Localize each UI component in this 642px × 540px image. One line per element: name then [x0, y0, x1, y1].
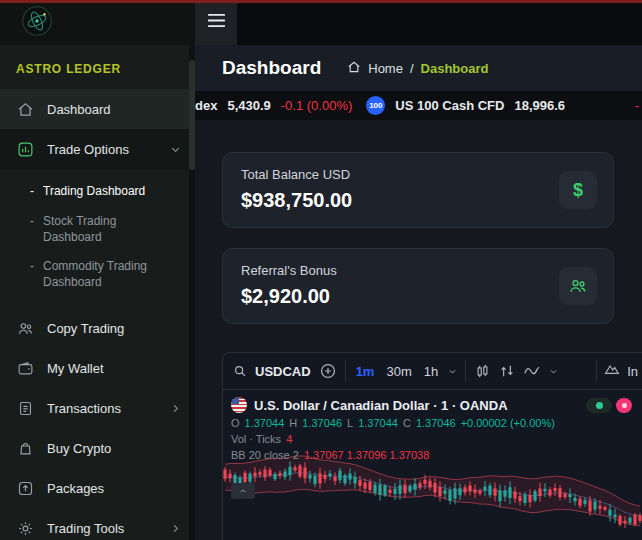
- astro-ledger-logo-icon[interactable]: [22, 6, 52, 40]
- market-status: [586, 398, 634, 413]
- sidebar-subitem-commodity-trading-dashboard[interactable]: - Commodity Trading Dashboard: [0, 252, 195, 298]
- symbol-search-button[interactable]: USDCAD: [255, 364, 311, 379]
- sidebar-item-packages[interactable]: Packages: [0, 468, 195, 508]
- chevron-right-icon: [170, 403, 181, 414]
- toolbar-divider: [465, 360, 466, 382]
- volume-value: 4: [286, 432, 292, 446]
- bar-chart-icon: [16, 140, 34, 158]
- open-value: 1.37044: [245, 416, 285, 430]
- bb-values: 1.37067 1.37096 1.37038: [304, 448, 429, 462]
- hamburger-icon: [207, 13, 226, 32]
- chevron-down-icon[interactable]: [549, 367, 558, 376]
- ticker-strip[interactable]: dex 5,430.9 -0.1 (0.00%) 100 US 100 Cash…: [195, 91, 642, 120]
- sidebar-nav: Dashboard Trade Options - Trading Dashbo…: [0, 89, 195, 540]
- market-open-toggle-icon[interactable]: [586, 398, 612, 413]
- toolbar-divider: [345, 360, 346, 382]
- trading-chart-widget: USDCAD 1m 30m 1h: [222, 352, 642, 540]
- dollar-icon: $: [559, 171, 597, 209]
- us100-badge-icon: 100: [366, 96, 385, 115]
- bag-icon: [16, 439, 34, 457]
- low-label: L: [347, 416, 353, 430]
- bullet: -: [30, 184, 34, 200]
- bollinger-row: BB 20 close 2 1.37067 1.37096 1.37038: [223, 447, 642, 463]
- brand-name: ASTRO LEDGER: [0, 45, 195, 89]
- sidebar-item-label: Packages: [47, 481, 104, 496]
- sidebar-item-trading-tools[interactable]: Trading Tools: [0, 508, 195, 540]
- indicators-icon: [604, 361, 620, 381]
- sidebar-item-label: My Wallet: [47, 361, 104, 376]
- home-icon: [16, 100, 34, 118]
- ohlc-row: O 1.37044 H 1.37046 L 1.37044 C 1.37046 …: [223, 415, 642, 431]
- sidebar-item-label: Trading Tools: [47, 521, 124, 536]
- delayed-data-badge-icon[interactable]: [616, 398, 632, 413]
- volume-label: Vol · Ticks: [231, 432, 281, 446]
- close-label: C: [403, 416, 411, 430]
- sidebar-item-copy-trading[interactable]: Copy Trading: [0, 308, 195, 348]
- compare-add-icon[interactable]: [319, 362, 337, 380]
- symbol-title[interactable]: U.S. Dollar / Canadian Dollar · 1 · OAND…: [254, 398, 508, 413]
- document-icon: [16, 399, 34, 417]
- breadcrumb-separator: /: [410, 61, 414, 76]
- sidebar-item-label: Copy Trading: [47, 321, 124, 336]
- breadcrumb-current: Dashboard: [421, 61, 489, 76]
- hamburger-menu-button[interactable]: [195, 0, 237, 45]
- sidebar-item-label: Dashboard: [47, 102, 111, 117]
- sidebar-item-trade-options[interactable]: Trade Options: [0, 129, 195, 169]
- us-flag-icon: [231, 397, 247, 413]
- arrow-up-square-icon: [16, 479, 34, 497]
- sidebar-item-transactions[interactable]: Transactions: [0, 388, 195, 428]
- breadcrumb-home[interactable]: Home: [368, 61, 403, 76]
- page-title: Dashboard: [222, 57, 321, 79]
- chevron-down-icon: [170, 144, 181, 155]
- chart-toolbar: USDCAD 1m 30m 1h: [223, 353, 642, 390]
- timeframe-1m[interactable]: 1m: [354, 364, 377, 379]
- sidebar-item-label: Trade Options: [47, 142, 129, 157]
- ticker-change: -: [635, 98, 642, 113]
- open-label: O: [231, 416, 240, 430]
- sidebar-item-buy-crypto[interactable]: Buy Crypto: [0, 428, 195, 468]
- high-value: 1.37046: [302, 416, 342, 430]
- card-label: Total Balance USD: [241, 167, 595, 182]
- candlestick-style-icon[interactable]: [474, 363, 491, 380]
- ticker-symbol: US 100 Cash CFD: [395, 98, 504, 113]
- ticker-change: -0.1 (0.00%): [281, 98, 353, 113]
- ticker-item[interactable]: 100 US 100 Cash CFD 18,996.6: [366, 96, 565, 115]
- top-accent-line: [0, 0, 642, 3]
- total-balance-card: Total Balance USD $938,750.00 $: [222, 152, 614, 228]
- users-icon: [16, 319, 34, 337]
- breadcrumb: Home / Dashboard: [347, 60, 488, 77]
- sidebar-subitem-stock-trading-dashboard[interactable]: - Stock Trading Dashboard: [0, 207, 195, 253]
- gear-icon: [16, 519, 34, 537]
- bb-label: BB 20 close 2: [231, 448, 299, 462]
- sidebar-scrollbar[interactable]: [189, 60, 195, 170]
- high-label: H: [289, 416, 297, 430]
- compare-arrows-icon[interactable]: [499, 363, 515, 379]
- symbol-info-row: U.S. Dollar / Canadian Dollar · 1 · OAND…: [223, 390, 642, 415]
- ticker-item[interactable]: dex 5,430.9 -0.1 (0.00%): [195, 98, 352, 113]
- timeframe-1h[interactable]: 1h: [422, 364, 440, 379]
- sidebar-subitem-trading-dashboard[interactable]: - Trading Dashboard: [0, 177, 195, 207]
- chevron-down-icon[interactable]: [448, 367, 457, 376]
- card-value: $2,920.00: [241, 285, 595, 308]
- ticker-price: 5,430.9: [227, 98, 270, 113]
- change-value: +0.00002 (+0.00%): [461, 416, 555, 430]
- volume-row: Vol · Ticks 4: [223, 431, 642, 447]
- collapse-panel-button[interactable]: [231, 483, 255, 499]
- sidebar-item-label: Buy Crypto: [47, 441, 111, 456]
- page-header: Dashboard Home / Dashboard: [195, 45, 642, 91]
- wallet-icon: [16, 359, 34, 377]
- topbar: [195, 0, 642, 45]
- indicators-button[interactable]: In: [596, 360, 638, 382]
- timeframe-30m[interactable]: 30m: [384, 364, 413, 379]
- referral-bonus-card: Referral's Bonus $2,920.00: [222, 248, 614, 324]
- ticker-price: 18,996.6: [514, 98, 565, 113]
- referral-users-icon: [559, 267, 597, 305]
- sidebar-item-my-wallet[interactable]: My Wallet: [0, 348, 195, 388]
- indicator-wave-icon[interactable]: [523, 362, 541, 380]
- trade-options-submenu: - Trading Dashboard - Stock Trading Dash…: [0, 169, 195, 308]
- sidebar-item-dashboard[interactable]: Dashboard: [0, 89, 195, 129]
- logo-area: [0, 0, 195, 45]
- bullet: -: [30, 259, 34, 291]
- sidebar: ASTRO LEDGER Dashboard Trade Options: [0, 0, 195, 540]
- search-icon[interactable]: [233, 364, 247, 378]
